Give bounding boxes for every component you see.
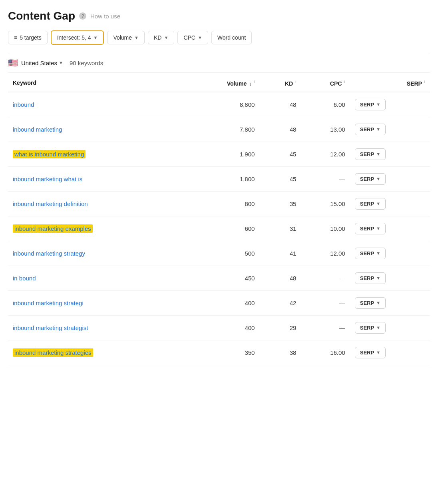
kd-cell: 29 <box>259 315 301 340</box>
serp-label: SERP <box>360 325 374 331</box>
cpc-cell: 10.00 <box>301 216 350 241</box>
country-flag: 🇺🇸 <box>8 58 18 68</box>
table-row: what is inbound marketing1,9004512.00SER… <box>8 142 430 166</box>
serp-info-icon[interactable]: i <box>424 79 425 84</box>
highlighted-keyword: what is inbound marketing <box>13 150 86 158</box>
word-count-label: Word count <box>217 34 246 41</box>
keyword-cell[interactable]: inbound <box>8 92 185 117</box>
serp-button[interactable]: SERP ▼ <box>355 99 386 110</box>
keyword-link[interactable]: inbound marketing definition <box>13 200 88 207</box>
kd-column-header[interactable]: KD i <box>259 73 301 92</box>
serp-cell: SERP ▼ <box>350 340 430 365</box>
targets-button[interactable]: ≡ 5 targets <box>8 31 48 44</box>
page-header: Content Gap ? How to use <box>8 10 430 22</box>
kd-cell: 42 <box>259 290 301 315</box>
volume-cell: 400 <box>185 315 259 340</box>
keyword-link[interactable]: in bound <box>13 275 36 282</box>
serp-chevron-icon: ▼ <box>376 325 380 330</box>
cpc-column-header[interactable]: CPC i <box>301 73 350 92</box>
keyword-link[interactable]: inbound marketing <box>13 126 62 133</box>
cpc-cell: — <box>301 266 350 290</box>
country-bar: 🇺🇸 United States ▼ 90 keywords <box>8 53 430 73</box>
kd-info-icon[interactable]: i <box>295 79 296 84</box>
serp-chevron-icon: ▼ <box>376 102 380 107</box>
keyword-cell[interactable]: inbound marketing strategi <box>8 290 185 315</box>
serp-button[interactable]: SERP ▼ <box>355 248 386 259</box>
serp-button[interactable]: SERP ▼ <box>355 297 386 309</box>
cpc-cell: — <box>301 290 350 315</box>
cpc-cell: — <box>301 315 350 340</box>
cpc-info-icon[interactable]: i <box>344 79 345 84</box>
keyword-cell[interactable]: inbound marketing strategies <box>8 340 185 365</box>
keyword-cell[interactable]: inbound marketing examples <box>8 216 185 241</box>
keyword-link[interactable]: inbound marketing strategi <box>13 300 84 306</box>
keyword-link[interactable]: inbound marketing what is <box>13 176 82 182</box>
serp-cell: SERP ▼ <box>350 290 430 315</box>
serp-label: SERP <box>360 250 374 256</box>
kd-label: KD <box>154 34 161 41</box>
keyword-column-header: Keyword <box>8 73 185 92</box>
volume-cell: 8,800 <box>185 92 259 117</box>
table-row: inbound marketing strategies3503816.00SE… <box>8 340 430 365</box>
kd-cell: 45 <box>259 166 301 191</box>
table-row: inbound marketing strategist40029—SERP ▼ <box>8 315 430 340</box>
how-to-use-link[interactable]: How to use <box>90 13 120 20</box>
volume-column-header[interactable]: Volume ↓ i <box>185 73 259 92</box>
serp-label: SERP <box>360 226 374 232</box>
dash-value: — <box>339 324 345 331</box>
volume-info-icon[interactable]: i <box>254 79 255 84</box>
serp-cell: SERP ▼ <box>350 117 430 142</box>
keyword-cell[interactable]: what is inbound marketing <box>8 142 185 166</box>
kd-cell: 48 <box>259 92 301 117</box>
serp-button[interactable]: SERP ▼ <box>355 148 386 160</box>
cpc-cell: 13.00 <box>301 117 350 142</box>
serp-button[interactable]: SERP ▼ <box>355 272 386 284</box>
sort-icon: ↓ <box>249 81 251 87</box>
keyword-link[interactable]: inbound <box>13 101 34 108</box>
keyword-cell[interactable]: inbound marketing <box>8 117 185 142</box>
table-row: inbound marketing strategy5004112.00SERP… <box>8 241 430 266</box>
serp-cell: SERP ▼ <box>350 216 430 241</box>
word-count-button[interactable]: Word count <box>211 31 252 44</box>
serp-chevron-icon: ▼ <box>376 127 380 132</box>
kd-button[interactable]: KD ▼ <box>148 31 174 44</box>
dash-value: — <box>339 176 345 182</box>
serp-button[interactable]: SERP ▼ <box>355 322 386 334</box>
country-selector[interactable]: United States ▼ <box>21 60 63 66</box>
serp-chevron-icon: ▼ <box>376 350 380 355</box>
help-icon[interactable]: ? <box>79 12 86 20</box>
keyword-cell[interactable]: inbound marketing what is <box>8 166 185 191</box>
serp-button[interactable]: SERP ▼ <box>355 198 386 210</box>
serp-button[interactable]: SERP ▼ <box>355 124 386 135</box>
keyword-cell[interactable]: inbound marketing strategist <box>8 315 185 340</box>
table-row: inbound8,800486.00SERP ▼ <box>8 92 430 117</box>
volume-cell: 800 <box>185 191 259 216</box>
serp-label: SERP <box>360 151 374 157</box>
keyword-link[interactable]: inbound marketing strategist <box>13 324 88 331</box>
serp-chevron-icon: ▼ <box>376 276 380 280</box>
keyword-link[interactable]: inbound marketing strategy <box>13 250 85 257</box>
serp-button[interactable]: SERP ▼ <box>355 347 386 358</box>
serp-cell: SERP ▼ <box>350 266 430 290</box>
serp-cell: SERP ▼ <box>350 191 430 216</box>
volume-cell: 400 <box>185 290 259 315</box>
serp-column-header[interactable]: SERP i <box>350 73 430 92</box>
highlighted-keyword: inbound marketing examples <box>13 224 93 233</box>
intersect-button[interactable]: Intersect: 5, 4 ▼ <box>51 30 104 45</box>
keyword-cell[interactable]: in bound <box>8 266 185 290</box>
serp-cell: SERP ▼ <box>350 241 430 266</box>
volume-cell: 7,800 <box>185 117 259 142</box>
table-row: inbound marketing definition8003515.00SE… <box>8 191 430 216</box>
volume-cell: 600 <box>185 216 259 241</box>
volume-button[interactable]: Volume ▼ <box>107 31 145 44</box>
serp-button[interactable]: SERP ▼ <box>355 223 386 234</box>
cpc-cell: 12.00 <box>301 142 350 166</box>
cpc-button[interactable]: CPC ▼ <box>177 31 208 44</box>
serp-button[interactable]: SERP ▼ <box>355 173 386 185</box>
keyword-cell[interactable]: inbound marketing strategy <box>8 241 185 266</box>
keyword-cell[interactable]: inbound marketing definition <box>8 191 185 216</box>
serp-cell: SERP ▼ <box>350 166 430 191</box>
serp-chevron-icon: ▼ <box>376 152 380 156</box>
serp-label: SERP <box>360 350 374 356</box>
serp-chevron-icon: ▼ <box>376 176 380 181</box>
